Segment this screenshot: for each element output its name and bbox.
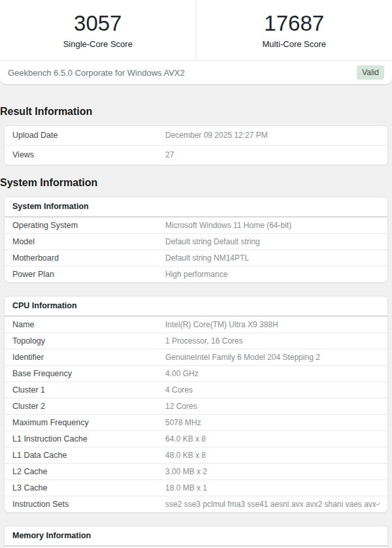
multi-core-score-label: Multi-Core Score [197,39,392,49]
row-value: 48.0 KB x 8 [165,451,380,460]
row-value: Microsoft Windows 11 Home (64-bit) [165,221,380,231]
row-label: Cluster 2 [12,402,165,411]
info-card-cpu-information: CPU InformationNameIntel(R) Core(TM) Ult… [4,296,388,513]
table-row: IdentifierGenuineIntel Family 6 Model 20… [5,349,387,365]
multi-core-score-value: 17687 [197,11,392,35]
card-header: System Information [5,197,387,218]
card-header: CPU Information [5,297,387,317]
row-label: Topology [12,336,165,346]
table-row: ModelDefault string Default string [5,233,387,250]
table-row: Topology1 Processor, 16 Cores [5,332,387,349]
table-row: Upload DateDecember 09 2025 12:27 PM [5,126,387,145]
multi-core-score-panel: 17687 Multi-Core Score [196,0,392,60]
card-header: Memory Information [5,526,387,547]
row-label: L1 Data Cache [12,451,165,460]
table-row: Cluster 14 Cores [5,381,387,398]
table-row: Operating SystemMicrosoft Windows 11 Hom… [5,218,387,233]
row-value: 4.00 GHz [165,369,380,379]
benchmark-version-bar: Geekbench 6.5.0 Corporate for Windows AV… [0,60,392,84]
info-card-system-information: System InformationOperating SystemMicros… [4,197,388,283]
row-value: 27 [165,150,380,160]
table-row: Views27 [5,145,387,165]
table-row: Instruction Setssse2 sse3 pclmul fma3 ss… [5,496,387,512]
score-summary-card: 3057 Single-Core Score 17687 Multi-Core … [0,0,392,85]
valid-badge: Valid [357,65,384,80]
row-value: 4 Cores [165,385,380,395]
row-label: Motherboard [12,253,165,263]
row-label: Operating System [12,221,165,231]
row-value: sse2 sse3 pclmul fma3 sse41 aesni avx av… [165,500,380,509]
single-core-score-value: 3057 [0,11,196,35]
row-label: Instruction Sets [12,500,165,509]
table-row: L2 Cache3.00 MB x 2 [5,463,387,479]
info-card-memory-information: Memory InformationSize63.50 GB [4,526,388,548]
row-value: December 09 2025 12:27 PM [165,131,380,140]
row-label: Model [12,237,165,247]
row-label: Identifier [12,353,165,363]
row-label: Views [12,150,165,160]
table-row: L1 Data Cache48.0 KB x 8 [5,447,387,463]
score-panels: 3057 Single-Core Score 17687 Multi-Core … [0,0,392,60]
row-label: Base Frequency [12,369,165,379]
single-core-score-label: Single-Core Score [0,39,196,49]
row-value: GenuineIntel Family 6 Model 204 Stepping… [165,353,380,363]
table-row: Maximum Frequency5078 MHz [5,414,387,430]
table-row: Power PlanHigh performance [5,266,387,282]
row-value: Intel(R) Core(TM) Ultra X9 388H [165,320,380,330]
benchmark-version-label: Geekbench 6.5.0 Corporate for Windows AV… [8,68,185,78]
row-value: 3.00 MB x 2 [165,467,380,477]
section-system-information: System InformationSystem InformationOper… [0,176,392,548]
row-value: 5078 MHz [165,418,380,428]
table-row: NameIntel(R) Core(TM) Ultra X9 388H [5,317,387,332]
row-label: Maximum Frequency [12,418,165,428]
row-label: Upload Date [12,131,165,140]
row-value: Default string NM14PTL [165,253,380,263]
row-value: 1 Processor, 16 Cores [165,336,380,346]
single-core-score-panel: 3057 Single-Core Score [0,0,196,60]
row-value: Default string Default string [165,237,380,247]
table-row: L3 Cache18.0 MB x 1 [5,479,387,496]
info-card-result-information: Upload DateDecember 09 2025 12:27 PMView… [4,125,388,165]
section-result-information: Result InformationUpload DateDecember 09… [0,105,392,165]
row-label: L1 Instruction Cache [12,434,165,444]
table-row: Base Frequency4.00 GHz [5,365,387,381]
row-value: High performance [165,270,380,280]
table-row: L1 Instruction Cache64.0 KB x 8 [5,430,387,447]
row-value: 64.0 KB x 8 [165,434,380,444]
row-value: 12 Cores [165,402,380,411]
page-body: Result InformationUpload DateDecember 09… [0,105,392,548]
section-heading: Result Information [0,105,392,118]
table-row: Cluster 212 Cores [5,398,387,414]
section-heading: System Information [0,176,392,189]
row-label: Power Plan [12,270,165,280]
row-label: Cluster 1 [12,385,165,395]
row-label: Name [12,320,165,330]
row-value: 18.0 MB x 1 [165,483,380,493]
row-label: L2 Cache [12,467,165,477]
table-row: MotherboardDefault string NM14PTL [5,250,387,266]
row-label: L3 Cache [12,483,165,493]
